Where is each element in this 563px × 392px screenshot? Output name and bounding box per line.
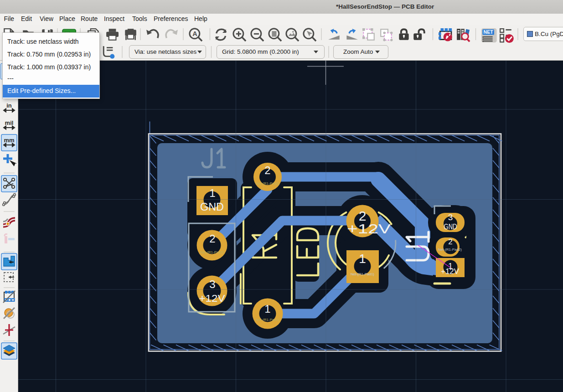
svg-text:1: 1	[359, 252, 366, 266]
svg-text:A: A	[192, 30, 197, 37]
svg-text:2: 2	[264, 164, 270, 176]
svg-text:Net-(R1-Pad2): Net-(R1-Pad2)	[438, 248, 462, 252]
svg-text:mm: mm	[4, 137, 14, 144]
svg-text:Net-(R1-Pad1): Net-(R1-Pad1)	[256, 318, 279, 322]
svg-text:in: in	[6, 102, 12, 109]
svg-text:Net-(R1-Pad2): Net-(R1-Pad2)	[256, 181, 279, 186]
svg-text:GND: GND	[444, 222, 457, 231]
svg-text:2: 2	[209, 232, 215, 245]
svg-text:+12V: +12V	[347, 221, 391, 236]
svg-text:Net-(R1-Pad1): Net-(R1-Pad1)	[351, 272, 374, 276]
svg-text:3: 3	[209, 278, 215, 290]
svg-text:3: 3	[448, 212, 453, 222]
svg-text:mil: mil	[5, 119, 14, 126]
svg-text:2: 2	[448, 237, 452, 246]
svg-text:GND: GND	[200, 201, 224, 213]
svg-text:1: 1	[264, 303, 270, 315]
svg-text:+12V: +12V	[199, 293, 225, 304]
svg-text:1: 1	[209, 187, 215, 199]
svg-text:Net-(R1-Pad2): Net-(R1-Pad2)	[200, 250, 224, 254]
svg-text:+12V: +12V	[441, 267, 460, 276]
svg-text:NET: NET	[483, 29, 493, 35]
